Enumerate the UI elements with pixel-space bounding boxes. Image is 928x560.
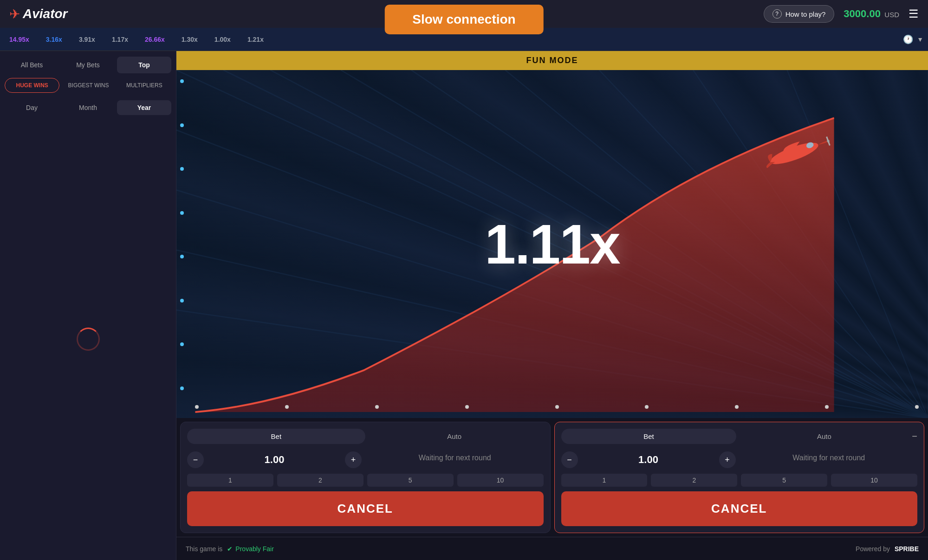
top-nav: ✈ Aviator Slow connection ? How to play?… [0,0,928,28]
bet-panel-1: Bet Auto − + Waiting for next round 1 2 … [180,422,551,533]
tab-huge-wins[interactable]: HUGE WINS [5,78,59,93]
multiplier-badge[interactable]: 1.00x [210,34,235,45]
quick-1-1[interactable]: 1 [187,474,273,487]
decrease-bet-1[interactable]: − [187,451,204,468]
bet-panel-2: Bet Auto − − + Waiting for next round 1 … [554,422,925,533]
remove-panel-button[interactable]: − [912,431,917,442]
bet-controls-2: − + Waiting for next round [561,451,918,468]
x-axis-dot [195,405,199,409]
y-axis-dot [180,79,184,83]
check-icon: ✔ [227,545,233,553]
quick-1-2[interactable]: 1 [561,474,648,487]
nav-right: ? How to play? 3000.00 USD ☰ [764,5,919,23]
quick-10-2[interactable]: 10 [831,474,917,487]
game-canvas: 1.11x [176,70,928,418]
bet-tab-bet-2[interactable]: Bet [561,429,737,444]
tab-day[interactable]: Day [5,100,59,115]
bet-tab-auto-1[interactable]: Auto [365,429,544,444]
y-axis-dots [180,79,184,390]
bet-panel-2-tabs: Bet Auto − [561,429,918,444]
main-layout: All Bets My Bets Top HUGE WINS BIGGEST W… [0,51,928,560]
multiplier-badge[interactable]: 14.95x [5,34,34,45]
waiting-text-2: Waiting for next round [740,454,918,462]
bet-panels: Bet Auto − + Waiting for next round 1 2 … [176,418,928,537]
bets-tabs: All Bets My Bets Top [0,51,176,73]
x-axis-dots [195,405,919,409]
bet-controls-1: − + Waiting for next round [187,451,544,468]
left-panel: All Bets My Bets Top HUGE WINS BIGGEST W… [0,51,176,560]
quick-2-2[interactable]: 2 [651,474,737,487]
tab-my-bets[interactable]: My Bets [61,57,115,73]
question-icon: ? [772,9,782,19]
quick-5-2[interactable]: 5 [741,474,827,487]
x-axis-dot [735,405,739,409]
quick-5-1[interactable]: 5 [367,474,454,487]
footer-left: This game is ✔ Provably Fair [186,545,274,553]
x-axis-dot [915,405,919,409]
bet-amount-2[interactable] [583,454,714,466]
x-axis-dot [375,405,379,409]
footer-right: Powered by SPRIBE [856,545,919,553]
y-axis-dot [180,342,184,346]
increase-bet-2[interactable]: + [719,451,736,468]
tab-month[interactable]: Month [61,100,115,115]
multiplier-badge[interactable]: 3.16x [41,34,67,45]
y-axis-dot [180,211,184,215]
game-area: FUN MODE [176,51,928,560]
tab-year[interactable]: Year [117,100,171,115]
logo-text: Aviator [23,6,67,21]
tab-multipliers[interactable]: MULTIPLIERS [117,78,171,93]
multiplier-display: 1.11x [485,212,619,276]
y-axis-dot [180,386,184,390]
quick-amounts-1: 1 2 5 10 [187,474,544,487]
increase-bet-1[interactable]: + [345,451,362,468]
bet-tab-auto-2[interactable]: Auto [736,429,912,444]
multiplier-badge[interactable]: 3.91x [74,34,100,45]
cancel-button-1[interactable]: CANCEL [187,491,544,526]
quick-2-1[interactable]: 2 [277,474,363,487]
x-axis-dot [645,405,649,409]
logo-area: ✈ Aviator [9,6,67,22]
bet-panel-1-tabs: Bet Auto [187,429,544,444]
logo-plane-icon: ✈ [9,6,20,22]
loading-area [0,118,176,560]
fun-mode-bar: FUN MODE [176,51,928,70]
x-axis-dot [465,405,469,409]
x-axis-dot [555,405,559,409]
multiplier-badge[interactable]: 1.21x [243,34,268,45]
decrease-bet-2[interactable]: − [561,451,578,468]
chevron-down-icon[interactable]: ▼ [917,36,923,43]
history-icon-area: 🕐 ▼ [903,34,923,45]
slow-connection-banner: Slow connection [384,5,543,34]
balance-display: 3000.00 USD [844,8,899,20]
y-axis-dot [180,167,184,171]
y-axis-dot [180,255,184,258]
multiplier-badge[interactable]: 1.30x [177,34,202,45]
wins-tabs: HUGE WINS BIGGEST WINS MULTIPLIERS [0,73,176,97]
tab-biggest-wins[interactable]: BIGGEST WINS [61,78,115,93]
time-tabs: Day Month Year [0,97,176,118]
multiplier-badge[interactable]: 1.17x [107,34,133,45]
loading-spinner [77,328,100,351]
bet-tab-bet-1[interactable]: Bet [187,429,365,444]
multiplier-badge[interactable]: 26.66x [140,34,169,45]
x-axis-dot [285,405,289,409]
x-axis-dot [825,405,829,409]
waiting-text-1: Waiting for next round [366,454,544,462]
tab-all-bets[interactable]: All Bets [5,57,59,73]
y-axis-dot [180,123,184,127]
footer: This game is ✔ Provably Fair Powered by … [176,537,928,560]
how-to-play-button[interactable]: ? How to play? [764,5,835,23]
cancel-button-2[interactable]: CANCEL [561,491,918,526]
history-icon[interactable]: 🕐 [903,34,913,45]
airplane-icon [756,133,831,170]
y-axis-dot [180,299,184,303]
quick-amounts-2: 1 2 5 10 [561,474,918,487]
tab-top[interactable]: Top [117,57,171,73]
quick-10-1[interactable]: 10 [457,474,544,487]
provably-fair-label[interactable]: ✔ Provably Fair [227,545,273,553]
menu-button[interactable]: ☰ [909,7,919,20]
bet-amount-1[interactable] [208,454,340,466]
